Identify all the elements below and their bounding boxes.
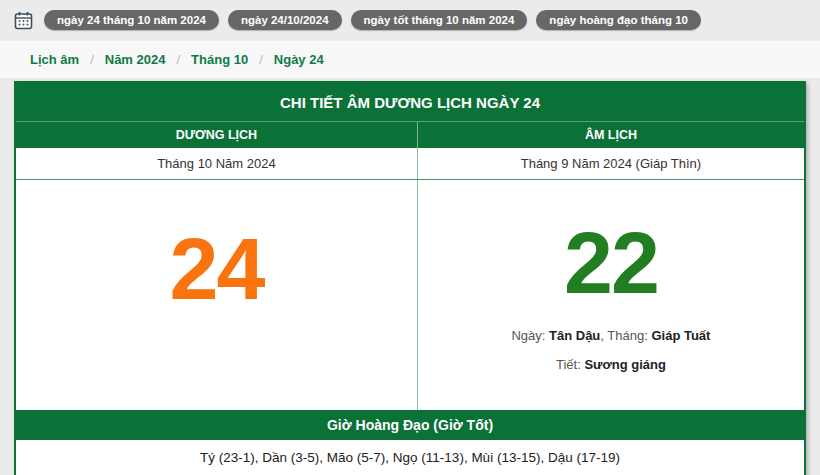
breadcrumb-separator: / — [90, 52, 94, 67]
lunar-month-name: Giáp Tuất — [651, 328, 710, 343]
lunar-day-label: Ngày: — [511, 328, 545, 343]
lunar-day-name: Tân Dậu — [549, 328, 600, 343]
breadcrumb-link-thang-10[interactable]: Tháng 10 — [191, 52, 248, 67]
lunar-day-cell: 22 Ngày: Tân Dậu, Tháng: Giáp Tuất Tiết:… — [418, 180, 804, 410]
lunar-month-label: , Tháng: — [600, 328, 647, 343]
tag-pill-hoang-dao[interactable]: ngày hoàng đạo tháng 10 — [536, 10, 701, 30]
solar-term-name: Sương giáng — [584, 357, 666, 372]
calendar-detail-table: CHI TIẾT ÂM DƯƠNG LỊCH NGÀY 24 DƯƠNG LỊC… — [14, 81, 806, 475]
month-row: Tháng 10 Năm 2024 Tháng 9 Năm 2024 (Giáp… — [16, 148, 804, 180]
solar-column-header: DƯƠNG LỊCH — [16, 122, 418, 148]
breadcrumb-link-lich-am[interactable]: Lịch âm — [30, 52, 79, 67]
solar-day-cell: 24 — [16, 180, 418, 410]
breadcrumb: Lịch âm / Năm 2024 / Tháng 10 / Ngày 24 — [0, 41, 820, 78]
lunar-day-number: 22 — [564, 219, 658, 307]
solar-month-label: Tháng 10 Năm 2024 — [16, 148, 418, 179]
breadcrumb-link-nam-2024[interactable]: Năm 2024 — [105, 52, 166, 67]
lunar-canchi-info: Ngày: Tân Dậu, Tháng: Giáp Tuất — [511, 328, 710, 343]
solar-term-label: Tiết: — [556, 357, 581, 372]
tag-bar: ngày 24 tháng 10 năm 2024 ngày 24/10/202… — [0, 0, 820, 36]
day-number-row: 24 22 Ngày: Tân Dậu, Tháng: Giáp Tuất Ti… — [16, 180, 804, 410]
tag-pill-good-days[interactable]: ngày tốt tháng 10 năm 2024 — [351, 10, 528, 30]
column-header-row: DƯƠNG LỊCH ÂM LỊCH — [16, 122, 804, 148]
tag-pill-date-short[interactable]: ngày 24/10/2024 — [228, 10, 342, 30]
breadcrumb-current-ngay-24: Ngày 24 — [274, 52, 324, 67]
lucky-hours-header: Giờ Hoàng Đạo (Giờ Tốt) — [16, 410, 804, 440]
breadcrumb-separator: / — [259, 52, 263, 67]
lunar-column-header: ÂM LỊCH — [418, 122, 804, 148]
breadcrumb-separator: / — [176, 52, 180, 67]
lunar-month-label: Tháng 9 Năm 2024 (Giáp Thìn) — [418, 148, 804, 179]
table-title: CHI TIẾT ÂM DƯƠNG LỊCH NGÀY 24 — [16, 83, 804, 122]
solar-term-info: Tiết: Sương giáng — [556, 357, 666, 372]
lucky-hours-value: Tý (23-1), Dần (3-5), Mão (5-7), Ngọ (11… — [16, 440, 804, 475]
tag-pill-date-full[interactable]: ngày 24 tháng 10 năm 2024 — [44, 10, 219, 30]
solar-day-number: 24 — [169, 225, 263, 313]
page: ngày 24 tháng 10 năm 2024 ngày 24/10/202… — [0, 0, 820, 475]
calendar-icon — [14, 11, 33, 30]
